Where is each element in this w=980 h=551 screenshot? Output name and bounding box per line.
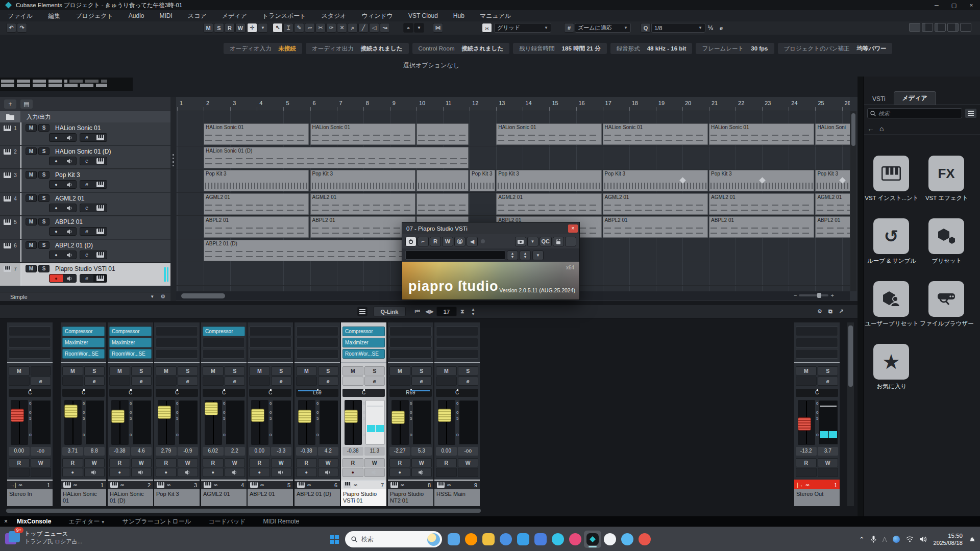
menu-item-MIDI[interactable]: MIDI [152, 12, 180, 19]
menu-item-VST Cloud[interactable]: VST Cloud [401, 12, 446, 19]
channel-monitor-button[interactable] [271, 468, 292, 477]
midi-clip[interactable]: ABPL2 01 [603, 216, 708, 238]
channel-name[interactable]: HALion Sonic 01 (D) [108, 489, 153, 506]
volume-value[interactable]: 3.71 [62, 447, 83, 456]
global-m-button[interactable]: M [203, 23, 213, 33]
lower-zone-tab-コードパッド[interactable]: コードパッド [208, 517, 246, 526]
channel-write-button[interactable]: W [411, 458, 432, 467]
fader-handle[interactable] [251, 409, 264, 422]
mixer-channel-agml2-01[interactable]: CompressorMSeC605006.022.2RW●∞4AGML2 01 [201, 322, 247, 506]
volume-value[interactable]: 2.79 [156, 447, 177, 456]
plugin-write-button[interactable]: W [442, 237, 453, 246]
timeline-ruler[interactable]: 1234567891011121314151617181920212223242… [176, 97, 850, 111]
edit-channel-button[interactable]: e [80, 204, 93, 212]
insert-slot-empty[interactable] [249, 349, 291, 359]
channel-mute-button[interactable]: M [296, 366, 317, 375]
tab-VSTi[interactable]: VSTi [864, 93, 894, 105]
status-item[interactable]: Control Room接続されました [412, 43, 510, 54]
right-zone-icon[interactable] [947, 23, 959, 32]
pan-control[interactable]: C [342, 389, 385, 397]
peak-value[interactable]: 11.3 [364, 447, 385, 456]
menu-item-ファイル[interactable]: ファイル [0, 12, 40, 20]
channel-name[interactable]: AGML2 01 [201, 489, 247, 506]
channel-mute-button[interactable]: M [249, 366, 270, 375]
lower-zone-tab-サンプラーコントロール[interactable]: サンプラーコントロール [122, 517, 191, 526]
media-list-view-icon[interactable] [965, 108, 977, 118]
volume-value[interactable]: 0.00 [436, 447, 457, 456]
add-track-button[interactable]: + [4, 99, 16, 109]
left-zone-icon[interactable] [922, 23, 933, 32]
insert-slot-empty[interactable] [796, 327, 838, 336]
menu-item-プロジェクト[interactable]: プロジェクト [68, 12, 121, 20]
fader-track[interactable] [251, 400, 268, 445]
maximize-button[interactable]: ▢ [945, 2, 963, 9]
autoscroll-icon[interactable]: ✛ [247, 23, 257, 33]
midi-clip[interactable]: ABPL2 01 [815, 216, 850, 238]
track-solo-button[interactable]: S [38, 218, 50, 226]
channel-monitor-button[interactable] [318, 468, 339, 477]
channel-edit-button[interactable]: e [458, 377, 479, 386]
line-tool-icon[interactable]: ╱ [358, 23, 369, 33]
channel-mute-button[interactable]: M [9, 366, 30, 375]
preset-down-icon[interactable]: ▲▼ [520, 251, 531, 260]
draw-tool-icon[interactable]: ✎ [294, 23, 304, 33]
fader-handle[interactable] [158, 406, 171, 419]
track-solo-button[interactable]: S [38, 124, 50, 132]
monitor-button[interactable] [63, 204, 76, 212]
mixer-channel-pop-kit-3[interactable]: MSeC605002.79-0.9RW●∞3Pop Kit 3 [154, 322, 200, 506]
midi-clip[interactable]: Pop Kit 3 [496, 170, 601, 191]
track-row[interactable]: 3MSPop Kit 3●e [0, 169, 170, 192]
track-preset-icon[interactable]: ▤ [20, 99, 33, 109]
midi-clip[interactable]: AGML2 01 [709, 193, 814, 215]
swing-icon[interactable]: ⅟ₓ [705, 23, 716, 33]
taskbar-icon-cubase[interactable] [584, 531, 601, 548]
mixer-channel-halion-sonic-01[interactable]: CompressorMaximizerRoomWor...SEMSeC60500… [61, 322, 106, 506]
taskbar-icon-chrome-profile[interactable] [636, 531, 653, 548]
media-tile-star[interactable]: ★ [873, 344, 909, 380]
channel-solo-button[interactable]: S [178, 366, 199, 375]
widgets-button[interactable]: 9+ トップ ニュース トランプ氏 ロシア占... [5, 530, 82, 545]
plugin-read-button[interactable]: R [430, 237, 441, 246]
channel-edit-button[interactable]: e [818, 377, 839, 386]
channel-monitor-button[interactable] [225, 468, 246, 477]
taskbar-icon-clipchamp[interactable] [567, 531, 584, 548]
channel-read-button[interactable]: R [796, 458, 817, 467]
midi-clip[interactable]: HALion Sonic 01 [310, 123, 415, 145]
pan-control[interactable]: C [796, 389, 838, 397]
channel-edit-button[interactable]: e [271, 377, 292, 386]
track-mute-button[interactable]: M [26, 265, 37, 272]
midi-clip[interactable]: AGML2 01 [204, 193, 309, 215]
pan-control[interactable]: R69 [389, 389, 432, 397]
channel-mute-button[interactable]: M [796, 366, 817, 375]
notification-bell-icon[interactable]: z [969, 536, 976, 543]
pan-control[interactable]: C [9, 389, 51, 397]
play-tool-icon[interactable]: ◁ [369, 23, 379, 33]
tray-chevron-icon[interactable]: ⌃ [859, 536, 865, 543]
media-tile-loop[interactable]: ↺ [873, 218, 909, 254]
history-icon[interactable]: ⧗ [457, 307, 468, 316]
channel-count-display[interactable]: 17 [436, 307, 457, 316]
taskbar-icon-copilot[interactable] [619, 531, 636, 548]
zoom-tool-icon[interactable]: ⌕ [348, 23, 358, 33]
home-icon[interactable]: ⌂ [879, 124, 884, 133]
midi-clip[interactable]: Pop Kit 3 [204, 170, 309, 191]
channel-read-button[interactable]: R [109, 458, 130, 467]
channel-solo-button[interactable]: S [318, 366, 339, 375]
color-tool-icon[interactable]: ◓ [403, 23, 413, 33]
channel-read-button[interactable]: R [249, 458, 270, 467]
channel-edit-button[interactable]: e [178, 377, 199, 386]
midi-clip[interactable]: HALion Sonic 01 [709, 123, 814, 145]
global-s-button[interactable]: S [214, 23, 224, 33]
insert-slot[interactable]: Compressor [109, 327, 152, 336]
peak-value[interactable]: 5.3 [411, 447, 432, 456]
channel-solo-button[interactable]: S [84, 366, 105, 375]
insert-slot-empty[interactable] [249, 338, 291, 347]
track-mute-button[interactable]: M [26, 218, 37, 226]
preset-up-icon[interactable]: ▲▼ [507, 251, 518, 260]
channel-read-button[interactable]: R [156, 458, 177, 467]
minimize-button[interactable]: ─ [928, 2, 945, 9]
snap-type-icon[interactable]: ⋈ [433, 23, 443, 33]
track-row[interactable]: 2MSHALion Sonic 01 (D)●e [0, 146, 170, 169]
insert-slot-empty[interactable] [203, 349, 245, 359]
channel-read-button[interactable]: R [9, 458, 30, 467]
